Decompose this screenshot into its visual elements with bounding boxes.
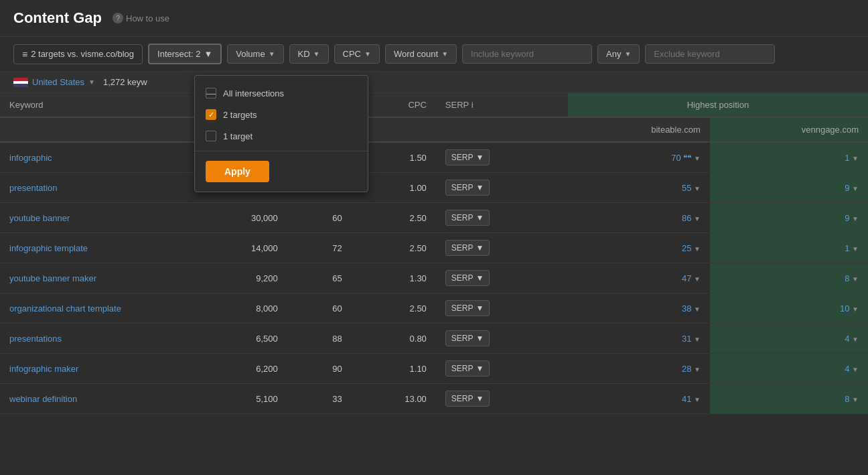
keyword-cell: webinar definition: [0, 384, 188, 414]
toolbar: ≡ 2 targets vs. visme.co/blog Intersect:…: [0, 37, 868, 72]
table-row: infographic 95,000 91 1.50 SERP ▼ 70 ❝❝ …: [0, 142, 868, 173]
site2-position-cell: 1 ▼: [710, 233, 868, 263]
serp-cell: SERP ▼: [436, 354, 568, 384]
serp-button[interactable]: SERP ▼: [445, 270, 490, 286]
keyword-cell: organizational chart template: [0, 293, 188, 324]
serp-button[interactable]: SERP ▼: [445, 149, 490, 165]
serp-cell: SERP ▼: [436, 324, 568, 354]
keyword-link[interactable]: infographic maker: [9, 364, 78, 374]
kd-cell: 60: [287, 203, 352, 233]
country-selector[interactable]: United States ▼: [13, 77, 95, 87]
site2-position-cell: 9 ▼: [710, 173, 868, 203]
site2-position-cell: 10 ▼: [710, 293, 868, 324]
how-to-use-link[interactable]: ? How to use: [113, 13, 169, 23]
keyword-link[interactable]: infographic template: [9, 243, 88, 253]
page-header: Content Gap ? How to use: [0, 0, 868, 37]
serp-button[interactable]: SERP ▼: [445, 210, 490, 226]
table-row: organizational chart template 8,000 60 2…: [0, 293, 868, 324]
keyword-link[interactable]: presentation: [9, 183, 58, 193]
keyword-cell: youtube banner: [0, 203, 188, 233]
table-row: youtube banner maker 9,200 65 1.30 SERP …: [0, 263, 868, 293]
position-down-icon: ▼: [852, 336, 859, 343]
serp-button[interactable]: SERP ▼: [445, 330, 490, 346]
serp-arrow-icon: ▼: [476, 273, 484, 283]
volume-cell: 6,200: [188, 354, 287, 384]
keyword-link[interactable]: youtube banner maker: [9, 273, 96, 283]
table-row: presentation 56,000 87 1.00 SERP ▼ 55 ▼ …: [0, 173, 868, 203]
keyword-link[interactable]: youtube banner: [9, 213, 70, 223]
table-row: webinar definition 5,100 33 13.00 SERP ▼…: [0, 384, 868, 414]
serp-cell: SERP ▼: [436, 384, 568, 414]
keyword-link[interactable]: organizational chart template: [9, 303, 121, 314]
position-down-icon: ▼: [694, 366, 701, 373]
volume-cell: 9,200: [188, 263, 287, 293]
include-keyword-input[interactable]: [462, 44, 592, 64]
position-down-icon: ▼: [694, 275, 701, 283]
kd-cell: 88: [287, 324, 352, 354]
volume-cell: 8,000: [188, 293, 287, 324]
serp-arrow-icon: ▼: [476, 303, 484, 313]
serp-arrow-icon: ▼: [476, 394, 484, 403]
apply-button[interactable]: Apply: [206, 161, 269, 182]
position-down-icon: ▼: [852, 245, 859, 253]
exclude-keyword-input[interactable]: [645, 44, 775, 64]
kd-cell: 65: [287, 263, 352, 293]
table-row: infographic template 14,000 72 2.50 SERP…: [0, 233, 868, 263]
intersect-dropdown-btn[interactable]: Intersect: 2 ▼: [148, 44, 222, 64]
keyword-link[interactable]: webinar definition: [9, 394, 77, 404]
any-btn[interactable]: Any ▼: [597, 44, 640, 64]
volume-btn[interactable]: Volume ▼: [227, 44, 283, 64]
all-intersections-item[interactable]: — All intersections: [195, 82, 368, 104]
dropdown-divider: [195, 151, 368, 151]
position-down-icon: ▼: [694, 336, 701, 343]
dash-icon: —: [206, 88, 216, 98]
lines-icon: ≡: [22, 49, 27, 60]
serp-arrow-icon: ▼: [476, 153, 484, 162]
serp-cell: SERP ▼: [436, 173, 568, 203]
site1-position-cell: 38 ▼: [568, 293, 710, 324]
volume-arrow-icon: ▼: [269, 50, 275, 58]
serp-cell: SERP ▼: [436, 203, 568, 233]
kd-cell: 60: [287, 293, 352, 324]
serp-cell: SERP ▼: [436, 233, 568, 263]
page-title: Content Gap: [13, 9, 102, 27]
kd-btn[interactable]: KD ▼: [289, 44, 329, 64]
site2-position-cell: 1 ▼: [710, 142, 868, 173]
serp-button[interactable]: SERP ▼: [445, 391, 490, 407]
position-down-icon: ▼: [852, 155, 859, 162]
site1-position-cell: 41 ▼: [568, 384, 710, 414]
serp-cell: SERP ▼: [436, 142, 568, 173]
keyword-link[interactable]: presentations: [9, 334, 62, 344]
volume-cell: 5,100: [188, 384, 287, 414]
cpc-cell: 1.10: [352, 354, 436, 384]
site2-position-cell: 9 ▼: [710, 203, 868, 233]
cpc-cell: 2.50: [352, 293, 436, 324]
serp-arrow-icon: ▼: [476, 364, 484, 373]
intersect-dropdown: — All intersections ✓ 2 targets 1 target…: [194, 75, 368, 192]
serp-col-header: SERP i: [436, 93, 568, 117]
keyword-link[interactable]: infographic: [9, 153, 52, 163]
country-arrow-icon: ▼: [88, 78, 95, 86]
position-down-icon: ▼: [694, 306, 701, 313]
serp-button[interactable]: SERP ▼: [445, 360, 490, 377]
serp-arrow-icon: ▼: [476, 334, 484, 343]
position-down-icon: ▼: [852, 366, 859, 373]
site-header-row: biteable.com venngage.com: [0, 117, 868, 142]
serp-button[interactable]: SERP ▼: [445, 300, 490, 316]
keyword-cell: infographic template: [0, 233, 188, 263]
serp-button[interactable]: SERP ▼: [445, 240, 490, 256]
word-count-btn[interactable]: Word count ▼: [385, 44, 457, 64]
position-down-icon: ▼: [694, 185, 701, 192]
kd-cell: 90: [287, 354, 352, 384]
position-down-icon: ▼: [852, 275, 859, 283]
table-header-row: Keyword Volume KD CPC SERP i Highest pos…: [0, 93, 868, 117]
position-down-icon: ▼: [852, 396, 859, 403]
serp-button[interactable]: SERP ▼: [445, 180, 490, 196]
table-row: youtube banner 30,000 60 2.50 SERP ▼ 86 …: [0, 203, 868, 233]
two-targets-item[interactable]: ✓ 2 targets: [195, 104, 368, 125]
keyword-cell: infographic: [0, 142, 188, 173]
one-target-item[interactable]: 1 target: [195, 125, 368, 147]
kd-cell: 33: [287, 384, 352, 414]
cpc-btn[interactable]: CPC ▼: [334, 44, 380, 64]
position-down-icon: ▼: [852, 185, 859, 192]
